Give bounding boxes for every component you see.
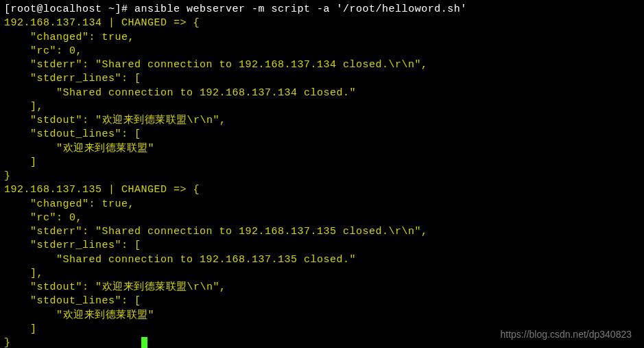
output-line: "stderr_lines": [: [4, 72, 640, 86]
output-line: "欢迎来到德莱联盟": [4, 309, 640, 323]
host-header: 192.168.137.135 | CHANGED => {: [4, 183, 640, 197]
output-line: ],: [4, 267, 640, 281]
command-text: ansible webserver -m script -a '/root/he…: [128, 3, 467, 15]
output-line: "changed": true,: [4, 31, 640, 45]
cursor-icon: [141, 337, 147, 348]
output-line: "stdout_lines": [: [4, 294, 640, 308]
output-line: ],: [4, 100, 640, 114]
host-header: 192.168.137.134 | CHANGED => {: [4, 16, 640, 30]
prompt-line[interactable]: [root@localhost ~]# ansible webserver -m…: [4, 3, 640, 16]
output-line: "stderr_lines": [: [4, 239, 640, 253]
output-line: "stdout_lines": [: [4, 128, 640, 141]
output-line: "Shared connection to 192.168.137.134 cl…: [4, 86, 640, 100]
prompt-open-bracket: [: [4, 3, 11, 15]
output-line: "stdout": "欢迎来到德莱联盟\r\n",: [4, 114, 640, 128]
output-line: "stderr": "Shared connection to 192.168.…: [4, 225, 640, 239]
output-line: "rc": 0,: [4, 211, 640, 225]
output-line: "rc": 0,: [4, 45, 640, 58]
output-line: ]: [4, 156, 640, 170]
output-line: }: [4, 170, 640, 183]
output-line: "欢迎来到德莱联盟": [4, 142, 640, 156]
output-line: "changed": true,: [4, 198, 640, 211]
watermark-text: https://blog.csdn.net/dp340823: [501, 328, 632, 341]
prompt-user-host: root@localhost ~: [11, 3, 115, 15]
output-line: "stderr": "Shared connection to 192.168.…: [4, 58, 640, 72]
output-line: "stdout": "欢迎来到德莱联盟\r\n",: [4, 281, 640, 294]
output-line: "Shared connection to 192.168.137.135 cl…: [4, 253, 640, 267]
prompt-close-bracket: ]#: [115, 3, 128, 15]
